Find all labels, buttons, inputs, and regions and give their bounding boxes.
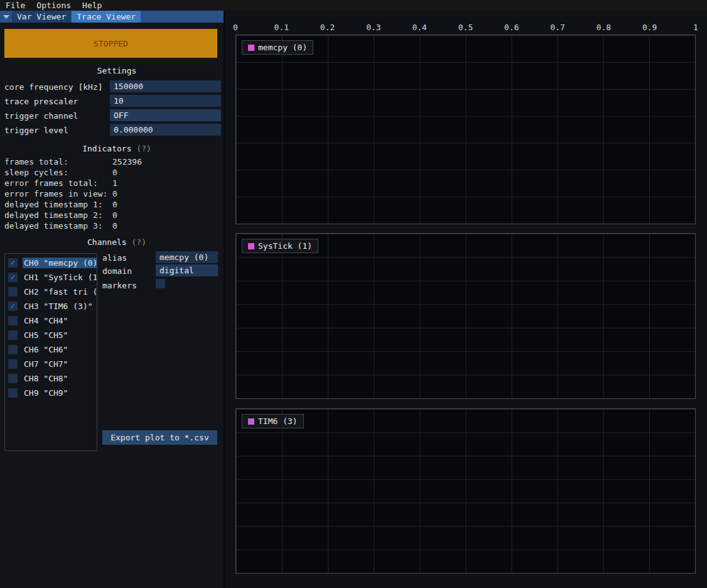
channel-label: CH9 "CH9" <box>23 388 97 398</box>
markers-checkbox[interactable] <box>156 279 165 288</box>
alias-label: alias <box>102 253 127 263</box>
indicator-row: delayed timestamp 2:0 <box>0 210 224 221</box>
channels-title-text: Channels <box>87 237 127 247</box>
channel-row-0[interactable]: ✓CH0 "memcpy (0)" <box>5 256 97 270</box>
settings-section-title: Settings <box>0 66 224 75</box>
menu-options[interactable]: Options <box>31 1 77 10</box>
channel-row-3[interactable]: ✓CH3 "TIM6 (3)" <box>5 299 97 313</box>
control-panel: Var ViewerTrace Viewer STOPPED Settings … <box>0 11 224 588</box>
time-tick-label: 0.1 <box>274 23 289 32</box>
setting-label: trigger channel <box>4 111 78 121</box>
settings-title-text: Settings <box>97 66 137 75</box>
indicator-value: 0 <box>112 221 117 232</box>
export-csv-button[interactable]: Export plot to *.csv <box>102 430 217 445</box>
channel-row-8[interactable]: CH8 "CH8" <box>5 371 97 386</box>
channel-checkbox[interactable]: ✓ <box>8 302 18 311</box>
channel-label: CH3 "TIM6 (3)" <box>23 301 97 312</box>
settings-row: trigger level0.000000 <box>0 123 224 138</box>
indicator-value: 0 <box>112 200 117 210</box>
time-tick-label: 0.4 <box>412 23 426 32</box>
indicators-title-text: Indicators <box>82 144 131 153</box>
setting-input-1[interactable]: 10 <box>110 95 221 107</box>
indicator-row: frames total:252396 <box>0 157 224 168</box>
time-tick-label: 0.9 <box>642 23 657 32</box>
indicator-value: 252396 <box>112 157 142 168</box>
channel-row-1[interactable]: ✓CH1 "SysTick (1)" <box>5 270 97 285</box>
channel-label: CH0 "memcpy (0)" <box>23 258 97 268</box>
plot-legend[interactable]: TIM6 (3) <box>242 414 304 428</box>
plot-legend[interactable]: memcpy (0) <box>242 40 313 55</box>
channel-row-6[interactable]: CH6 "CH6" <box>5 342 97 357</box>
setting-input-0[interactable]: 150000 <box>110 80 221 92</box>
settings-row: trigger channelOFF <box>0 109 224 123</box>
indicator-row: error frames total:1 <box>0 178 224 189</box>
channel-checkbox[interactable] <box>8 374 18 383</box>
indicator-row: error frames in view:0 <box>0 189 224 200</box>
time-tick-label: 0.6 <box>504 23 519 32</box>
indicator-row: sleep cycles:0 <box>0 168 224 178</box>
time-tick-label: 0.2 <box>320 23 335 32</box>
channel-label: CH4 "CH4" <box>23 315 97 326</box>
indicator-label: frames total: <box>4 157 112 168</box>
setting-label: core frequency [kHz] <box>4 82 103 92</box>
indicator-rows: frames total:252396sleep cycles:0error f… <box>0 157 224 232</box>
channel-checkbox[interactable] <box>8 316 18 325</box>
plot-panel: 00.10.20.30.40.50.60.70.80.91 memcpy (0)… <box>225 11 707 588</box>
legend-marker-icon <box>248 45 254 51</box>
indicator-row: delayed timestamp 3:0 <box>0 221 224 232</box>
tab-trace-viewer[interactable]: Trace Viewer <box>72 11 141 23</box>
channel-row-7[interactable]: CH7 "CH7" <box>5 357 97 371</box>
indicators-help-icon[interactable]: (?) <box>136 144 151 153</box>
acquisition-state-button[interactable]: STOPPED <box>4 29 217 58</box>
settings-rows: core frequency [kHz]150000trace prescale… <box>0 80 224 138</box>
channel-checkbox[interactable] <box>8 330 18 340</box>
alias-input[interactable]: memcpy (0) <box>156 251 218 263</box>
channel-label: CH7 "CH7" <box>23 359 97 369</box>
setting-input-3[interactable]: 0.000000 <box>110 124 221 136</box>
indicator-value: 1 <box>112 178 117 189</box>
legend-label: TIM6 (3) <box>258 416 298 426</box>
indicators-section-title: Indicators (?) <box>0 144 224 153</box>
domain-select[interactable]: digital <box>156 264 218 276</box>
plot-1[interactable]: SysTick (1) <box>235 233 696 399</box>
time-tick-label: 0.8 <box>596 23 611 32</box>
legend-label: memcpy (0) <box>258 43 307 52</box>
collapse-window-button[interactable] <box>0 11 12 23</box>
channel-checkbox[interactable]: ✓ <box>8 258 18 268</box>
channel-checkbox[interactable] <box>8 345 18 354</box>
time-tick-label: 0 <box>233 23 238 32</box>
channel-checkbox[interactable]: ✓ <box>8 273 18 282</box>
legend-marker-icon <box>248 243 254 249</box>
channel-row-4[interactable]: CH4 "CH4" <box>5 313 97 328</box>
channel-row-2[interactable]: CH2 "fast tri (2)" <box>5 285 97 299</box>
channel-label: CH8 "CH8" <box>23 373 97 384</box>
indicator-value: 0 <box>112 189 117 200</box>
tabs: Var ViewerTrace Viewer <box>12 11 141 23</box>
channel-checkbox[interactable] <box>8 287 18 297</box>
channel-list: ✓CH0 "memcpy (0)"✓CH1 "SysTick (1)"CH2 "… <box>4 253 97 451</box>
channel-label: CH2 "fast tri (2)" <box>23 286 97 297</box>
channel-checkbox[interactable] <box>8 359 18 369</box>
settings-row: trace prescaler10 <box>0 94 224 109</box>
indicator-label: sleep cycles: <box>4 168 112 178</box>
channel-row-9[interactable]: CH9 "CH9" <box>5 386 97 400</box>
channels-help-icon[interactable]: (?) <box>131 237 146 247</box>
channel-checkbox[interactable] <box>8 388 18 398</box>
time-tick-label: 0.3 <box>366 23 380 32</box>
plot-2[interactable]: TIM6 (3) <box>235 408 696 574</box>
tab-var-viewer[interactable]: Var Viewer <box>12 11 71 23</box>
setting-label: trigger level <box>4 126 68 135</box>
indicator-row: delayed timestamp 1:0 <box>0 200 224 210</box>
plot-0[interactable]: memcpy (0) <box>235 35 696 224</box>
menu-bar: FileOptionsHelp <box>0 0 707 11</box>
time-tick-label: 0.7 <box>550 23 564 32</box>
indicator-value: 0 <box>112 210 117 221</box>
menu-help[interactable]: Help <box>77 1 107 10</box>
domain-label: domain <box>102 266 132 276</box>
channel-row-5[interactable]: CH5 "CH5" <box>5 328 97 342</box>
plot-legend[interactable]: SysTick (1) <box>242 239 318 253</box>
menu-file[interactable]: File <box>0 1 31 10</box>
setting-combo-2[interactable]: OFF <box>110 109 221 121</box>
triangle-down-icon <box>3 15 9 19</box>
legend-marker-icon <box>248 418 254 425</box>
